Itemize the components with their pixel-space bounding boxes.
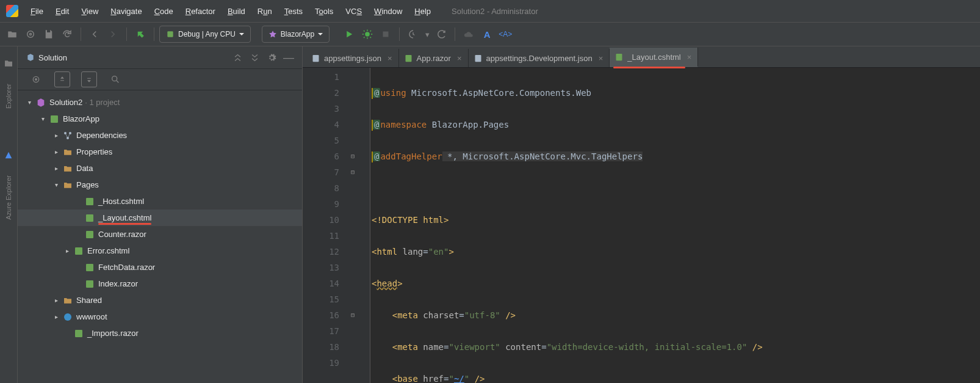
tree-node-project[interactable]: ▾ BlazorApp	[18, 111, 302, 127]
close-icon[interactable]: ×	[387, 54, 392, 63]
tab-appsettings[interactable]: appsettings.json×	[306, 49, 399, 67]
menu-run[interactable]: Run	[251, 4, 278, 18]
svg-point-10	[69, 132, 71, 134]
tree-node-wwwroot[interactable]: ▸ wwwroot	[18, 308, 302, 325]
target-icon[interactable]	[22, 26, 39, 43]
locate-icon[interactable]	[29, 72, 43, 87]
menu-tests[interactable]: Tests	[278, 4, 309, 18]
menu-file[interactable]: File	[24, 4, 49, 18]
menu-tools[interactable]: Tools	[309, 4, 339, 18]
tree-node-counter[interactable]: ▸ Counter.razor	[18, 226, 302, 243]
svg-point-9	[64, 132, 67, 134]
editor: appsettings.json× App.razor× appsettings…	[303, 46, 980, 383]
json-file-icon	[311, 54, 320, 63]
run-config-combo[interactable]: Debug | Any CPU	[159, 26, 251, 43]
azure-icon[interactable]	[4, 150, 13, 162]
tree-node-error[interactable]: ▸ Error.cshtml	[18, 243, 302, 259]
menu-navigate[interactable]: Navigate	[104, 4, 148, 18]
tab-appsettings-dev[interactable]: appsettings.Development.json×	[469, 49, 610, 67]
sync-icon[interactable]	[433, 26, 450, 43]
menu-window[interactable]: Window	[368, 4, 408, 18]
web-folder-icon	[63, 312, 73, 322]
tree-node-data[interactable]: ▸ Data	[18, 160, 302, 177]
menu-vcs[interactable]: VCS	[339, 4, 368, 18]
svg-point-0	[27, 31, 34, 38]
solution-tree[interactable]: ▾ Solution2 · 1 project ▾ BlazorApp ▸ De…	[18, 90, 302, 383]
tree-node-layout[interactable]: ▸ _Layout.cshtml	[18, 210, 302, 226]
debug-icon[interactable]	[359, 26, 376, 43]
azure-brackets-icon[interactable]: <A>	[497, 26, 514, 43]
toolbar: Debug | Any CPU BlazorApp ▾ A <A>	[0, 22, 980, 46]
open-icon[interactable]	[4, 26, 21, 43]
tree-node-index[interactable]: ▸ Index.razor	[18, 275, 302, 292]
run-icon[interactable]	[340, 26, 358, 43]
refresh-icon[interactable]	[59, 26, 76, 43]
svg-rect-12	[86, 198, 93, 205]
menu-view[interactable]: View	[75, 4, 104, 18]
menu-build[interactable]: Build	[222, 4, 251, 18]
code-editor[interactable]: 12345678910111213141516171819 ⊟ ⊟ ⊟ @usi…	[303, 68, 980, 383]
collapse-all-icon[interactable]	[247, 50, 262, 65]
razor-icon	[85, 230, 95, 239]
undo-build-icon[interactable]	[132, 26, 149, 43]
save-icon[interactable]	[40, 26, 57, 43]
close-icon[interactable]: ×	[687, 53, 692, 62]
gutter: 12345678910111213141516171819	[303, 68, 349, 383]
tree-node-host[interactable]: ▸ _Host.cshtml	[18, 193, 302, 210]
back-icon[interactable]	[86, 26, 103, 43]
close-icon[interactable]: ×	[457, 54, 462, 63]
svg-rect-23	[616, 53, 622, 60]
editor-tabs: appsettings.json× App.razor× appsettings…	[303, 46, 980, 68]
tab-app-razor[interactable]: App.razor×	[399, 49, 469, 67]
forward-icon[interactable]	[104, 26, 121, 43]
tree-node-dependencies[interactable]: ▸ Dependencies	[18, 127, 302, 144]
cloud-icon[interactable]	[460, 26, 477, 43]
hide-icon[interactable]: —	[281, 50, 296, 65]
code-lines[interactable]: @using Microsoft.AspNetCore.Components.W…	[370, 68, 980, 383]
svg-rect-2	[167, 31, 173, 37]
startup-project-combo[interactable]: BlazorApp	[262, 26, 330, 43]
sort-up-icon[interactable]	[54, 71, 70, 87]
search-icon[interactable]	[108, 72, 123, 87]
tool-window-strip-left: Explorer Azure Explorer	[0, 46, 18, 383]
expand-all-icon[interactable]	[230, 50, 245, 65]
fold-gutter[interactable]: ⊟ ⊟ ⊟	[349, 68, 370, 383]
tree-node-pages[interactable]: ▾ Pages	[18, 177, 302, 193]
tree-node-imports[interactable]: ▸ _Imports.razor	[18, 325, 302, 341]
tab-layout[interactable]: _Layout.cshtml×	[610, 48, 698, 67]
azure-explorer-tab[interactable]: Azure Explorer	[5, 172, 12, 224]
menu-help[interactable]: Help	[408, 4, 437, 18]
dependencies-icon	[63, 131, 73, 140]
menu-refactor[interactable]: Refactor	[179, 4, 222, 18]
menu-edit[interactable]: Edit	[49, 4, 75, 18]
window-title: Solution2 - Administrator	[452, 7, 538, 16]
tree-node-fetchdata[interactable]: ▸ FetchData.razor	[18, 259, 302, 275]
svg-point-1	[30, 34, 32, 35]
svg-point-3	[365, 32, 370, 37]
azure-a-icon[interactable]: A	[478, 26, 495, 43]
inspect-icon[interactable]	[405, 26, 422, 43]
svg-rect-4	[383, 32, 389, 37]
cshtml-icon	[85, 197, 95, 206]
svg-rect-14	[86, 231, 93, 238]
tree-node-properties[interactable]: ▸ Properties	[18, 144, 302, 160]
folder-icon[interactable]	[4, 59, 13, 70]
solution-icon	[26, 53, 35, 62]
razor-icon	[85, 263, 95, 272]
explorer-title: Solution	[38, 53, 67, 62]
explorer-tab[interactable]: Explorer	[5, 80, 12, 112]
menu-code[interactable]: Code	[148, 4, 179, 18]
cshtml-file-icon	[614, 53, 624, 62]
caret-down-icon[interactable]: ▾	[423, 26, 431, 43]
svg-point-18	[64, 313, 71, 321]
startup-project-label: BlazorApp	[281, 30, 314, 38]
svg-rect-22	[475, 54, 481, 61]
stop-icon[interactable]	[377, 26, 394, 43]
tree-node-shared[interactable]: ▸ Shared	[18, 292, 302, 308]
sort-down-icon[interactable]	[81, 71, 97, 87]
svg-point-7	[112, 76, 117, 81]
tree-node-solution[interactable]: ▾ Solution2 · 1 project	[18, 94, 302, 111]
run-config-label: Debug | Any CPU	[178, 30, 236, 38]
close-icon[interactable]: ×	[599, 54, 603, 63]
gear-icon[interactable]	[264, 50, 279, 65]
